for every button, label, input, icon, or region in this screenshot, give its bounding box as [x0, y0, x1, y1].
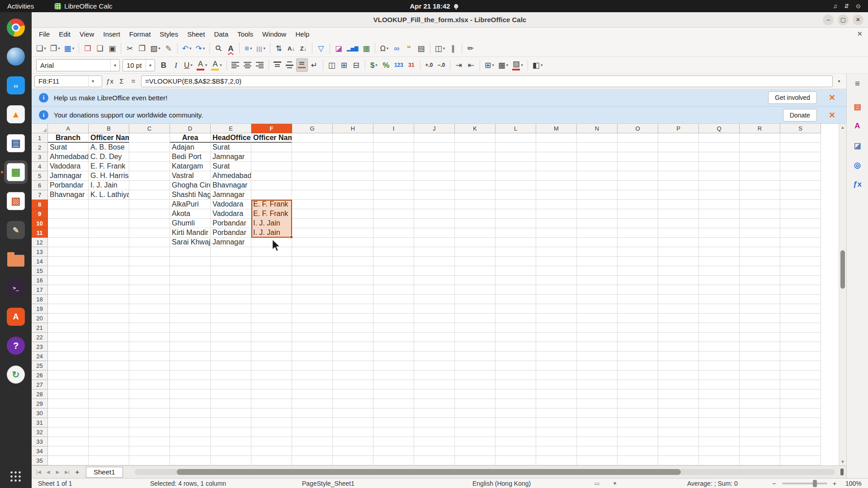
cell-R12[interactable]: [740, 238, 780, 247]
cell-N7[interactable]: [577, 190, 618, 200]
cell-L22[interactable]: [495, 333, 536, 342]
cell-H22[interactable]: [333, 333, 373, 342]
cell-P18[interactable]: [658, 295, 699, 304]
row-header-8[interactable]: 8: [32, 200, 48, 209]
cell-I8[interactable]: [373, 200, 414, 209]
styles-deck-icon[interactable]: A: [850, 119, 865, 133]
cell-P16[interactable]: [658, 276, 699, 285]
cell-Q29[interactable]: [699, 399, 740, 408]
cell-H21[interactable]: [333, 323, 373, 333]
chevron-down-icon[interactable]: ▾: [146, 60, 155, 71]
cell-C28[interactable]: [129, 389, 170, 399]
cell-M13[interactable]: [536, 247, 577, 257]
cell-D18[interactable]: [170, 295, 211, 304]
cell-N18[interactable]: [577, 295, 618, 304]
row-header-35[interactable]: 35: [32, 456, 48, 465]
cell-G35[interactable]: [292, 456, 333, 465]
cell-Q10[interactable]: [699, 219, 740, 228]
cell-B18[interactable]: [89, 295, 129, 304]
cell-P8[interactable]: [658, 200, 699, 209]
cell-E25[interactable]: [211, 361, 251, 371]
undo-icon[interactable]: ↶▾: [180, 42, 193, 55]
cell-H33[interactable]: [333, 437, 373, 446]
cell-L19[interactable]: [495, 304, 536, 314]
row-header-16[interactable]: 16: [32, 276, 48, 285]
row-header-5[interactable]: 5: [32, 171, 48, 181]
cell-S4[interactable]: [780, 162, 821, 171]
insert-image-icon[interactable]: ◪: [333, 42, 344, 55]
cell-I6[interactable]: [373, 181, 414, 190]
cell-G9[interactable]: [292, 209, 333, 219]
last-sheet-icon[interactable]: ▶|: [63, 469, 71, 474]
cell-O4[interactable]: [618, 162, 658, 171]
power-icon[interactable]: ⊙: [856, 3, 861, 9]
cell-D33[interactable]: [170, 437, 211, 446]
row-header-12[interactable]: 12: [32, 238, 48, 247]
cell-H29[interactable]: [333, 399, 373, 408]
cell-M14[interactable]: [536, 257, 577, 266]
cell-R34[interactable]: [740, 446, 780, 456]
cell-G10[interactable]: [292, 219, 333, 228]
cell-P30[interactable]: [658, 408, 699, 418]
cell-R27[interactable]: [740, 380, 780, 389]
cell-F29[interactable]: [251, 399, 292, 408]
cell-B10[interactable]: [89, 219, 129, 228]
cell-C7[interactable]: [129, 190, 170, 200]
cell-M35[interactable]: [536, 456, 577, 465]
cell-P11[interactable]: [658, 228, 699, 238]
cell-C25[interactable]: [129, 361, 170, 371]
cell-L2[interactable]: [495, 143, 536, 152]
cell-M7[interactable]: [536, 190, 577, 200]
col-header-J[interactable]: J: [414, 124, 455, 133]
cell-O2[interactable]: [618, 143, 658, 152]
cell-J4[interactable]: [414, 162, 455, 171]
cell-L25[interactable]: [495, 361, 536, 371]
cell-I30[interactable]: [373, 408, 414, 418]
row-header-20[interactable]: 20: [32, 314, 48, 323]
row-header-25[interactable]: 25: [32, 361, 48, 371]
cell-M4[interactable]: [536, 162, 577, 171]
cell-R26[interactable]: [740, 371, 780, 380]
cell-G20[interactable]: [292, 314, 333, 323]
cell-Q24[interactable]: [699, 352, 740, 361]
cell-J6[interactable]: [414, 181, 455, 190]
borders-icon[interactable]: ⊞▾: [483, 58, 496, 72]
average-sum-status[interactable]: Average: ; Sum: 0: [687, 480, 738, 487]
menu-format[interactable]: Format: [125, 29, 156, 39]
cell-A2[interactable]: Surat: [48, 143, 89, 152]
cell-R5[interactable]: [740, 171, 780, 181]
cell-B31[interactable]: [89, 418, 129, 427]
cell-B15[interactable]: [89, 266, 129, 276]
col-header-O[interactable]: O: [618, 124, 658, 133]
cell-R13[interactable]: [740, 247, 780, 257]
insert-comment-icon[interactable]: ❝: [403, 42, 415, 55]
cell-J28[interactable]: [414, 389, 455, 399]
page-style-status[interactable]: PageStyle_Sheet1: [302, 480, 354, 487]
cell-S20[interactable]: [780, 314, 821, 323]
cell-N25[interactable]: [577, 361, 618, 371]
cell-A21[interactable]: [48, 323, 89, 333]
cell-O5[interactable]: [618, 171, 658, 181]
cell-A29[interactable]: [48, 399, 89, 408]
cell-G25[interactable]: [292, 361, 333, 371]
cell-D19[interactable]: [170, 304, 211, 314]
cell-J9[interactable]: [414, 209, 455, 219]
cell-D13[interactable]: [170, 247, 211, 257]
cell-N32[interactable]: [577, 427, 618, 437]
cell-K20[interactable]: [455, 314, 495, 323]
cell-M1[interactable]: [536, 133, 577, 143]
cell-F23[interactable]: [251, 342, 292, 352]
menu-styles[interactable]: Styles: [155, 29, 183, 39]
horizontal-scrollbar[interactable]: [135, 469, 835, 475]
cell-S6[interactable]: [780, 181, 821, 190]
show-draw-functions-icon[interactable]: ✏: [465, 42, 476, 55]
cell-K10[interactable]: [455, 219, 495, 228]
cell-D17[interactable]: [170, 285, 211, 295]
cell-C16[interactable]: [129, 276, 170, 285]
app-grid-icon[interactable]: [10, 471, 22, 483]
cell-C15[interactable]: [129, 266, 170, 276]
cell-O15[interactable]: [618, 266, 658, 276]
cell-B7[interactable]: K. L. Lathiya: [89, 190, 129, 200]
cell-L6[interactable]: [495, 181, 536, 190]
select-all-corner[interactable]: [32, 124, 48, 133]
